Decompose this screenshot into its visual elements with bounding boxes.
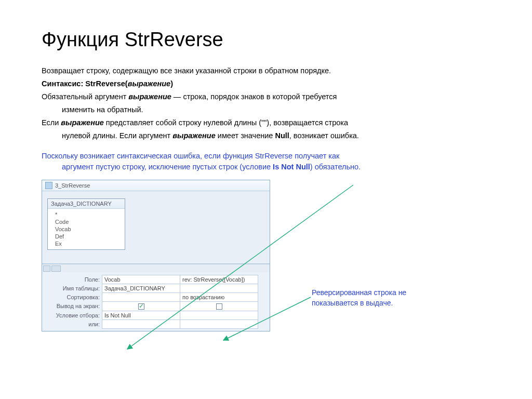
query-icon	[45, 182, 52, 189]
horizontal-scrollbar[interactable]	[42, 264, 270, 272]
cell-show-2[interactable]	[180, 301, 258, 311]
cell-criteria-2[interactable]	[180, 311, 258, 320]
cell-criteria-1[interactable]: Is Not Null	[102, 311, 180, 320]
design-grid: Поле: Vocab rev: StrReverse([Vocab]) Имя…	[42, 272, 270, 331]
cell-table-2[interactable]	[180, 284, 258, 293]
page-title: Функция StrReverse	[42, 29, 490, 51]
window-titlebar: 3_StrReverse	[42, 180, 270, 191]
annotation-text: Реверсированная строка не показывается в…	[312, 288, 447, 308]
row-label-sort: Сортировка:	[45, 293, 102, 302]
row-label-criteria: Условие отбора:	[45, 311, 102, 320]
desc-arg-line2: изменить на обратный.	[42, 104, 490, 115]
desc-null-line2: нулевой длины. Если аргумент выражение и…	[42, 130, 490, 141]
field-item[interactable]: Vocab	[48, 225, 125, 233]
row-label-or: или:	[45, 320, 102, 329]
cell-sort-1[interactable]	[102, 292, 180, 302]
query-window: 3_StrReverse Задача3_DICTIONARY * Code V…	[42, 180, 270, 331]
field-item[interactable]: Ex	[48, 240, 125, 247]
desc-syntax: Синтаксис: StrReverse(выражение)	[42, 78, 490, 89]
row-label-field: Поле:	[45, 275, 102, 284]
desc-null-line1: Если выражение представляет собой строку…	[42, 117, 490, 128]
cell-table-1[interactable]: Задача3_DICTIONARY	[102, 284, 180, 293]
screenshot: 3_StrReverse Задача3_DICTIONARY * Code V…	[42, 180, 270, 331]
cell-sort-2[interactable]: по возрастанию	[180, 292, 258, 302]
tables-pane: Задача3_DICTIONARY * Code Vocab Def Ex	[42, 191, 270, 264]
window-title-text: 3_StrReverse	[55, 182, 90, 189]
desc-arg-line1: Обязательный аргумент выражение — строка…	[42, 91, 490, 102]
field-item[interactable]: Code	[48, 218, 125, 225]
cell-or-1[interactable]	[102, 320, 180, 329]
cell-show-1[interactable]	[102, 301, 180, 311]
scroll-left-icon[interactable]	[43, 265, 50, 272]
cell-field-2[interactable]: rev: StrReverse([Vocab])	[180, 275, 258, 284]
checkbox-icon[interactable]	[216, 303, 222, 310]
note-block: Поскольку возникает синтаксическая ошибк…	[42, 151, 490, 172]
desc-return: Возвращает строку, содержащую все знаки …	[42, 65, 490, 76]
scroll-thumb[interactable]	[51, 265, 61, 272]
row-label-table: Имя таблицы:	[45, 284, 102, 293]
description-block: Возвращает строку, содержащую все знаки …	[42, 65, 490, 141]
field-item[interactable]: Def	[48, 233, 125, 240]
cell-field-1[interactable]: Vocab	[102, 275, 180, 284]
row-label-show: Вывод на экран:	[45, 302, 102, 311]
table-fields-list: * Code Vocab Def Ex	[48, 209, 125, 249]
field-item[interactable]: *	[48, 211, 125, 218]
cell-or-2[interactable]	[180, 320, 258, 329]
table-box-title: Задача3_DICTIONARY	[48, 199, 125, 209]
checkbox-icon[interactable]	[138, 303, 144, 310]
table-box: Задача3_DICTIONARY * Code Vocab Def Ex	[47, 198, 125, 250]
